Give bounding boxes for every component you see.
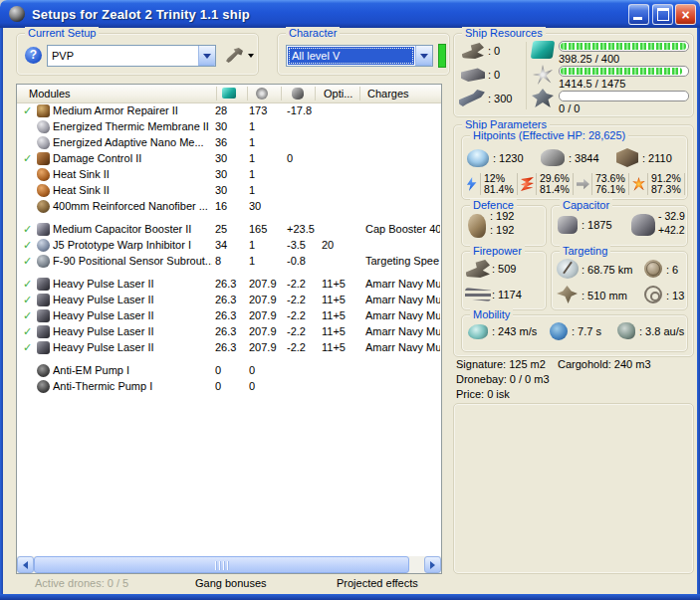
setup-tools-button[interactable] — [226, 48, 254, 63]
active-drones-label: Active drones: 0 / 5 — [35, 577, 128, 590]
module-row[interactable]: Anti-EM Pump I 0 0 — [17, 363, 441, 379]
title-bar[interactable]: Setups for Zealot 2 Trinity 1.1 ship × — [0, 0, 700, 28]
volley-icon — [466, 260, 490, 278]
module-name: F-90 Positional Sensor Subrout... — [53, 254, 212, 269]
module-powergrid: 0 — [249, 363, 286, 378]
max-targets-value: : 6 — [666, 264, 678, 277]
armor-icon — [541, 149, 565, 166]
module-name: Medium Armor Repairer II — [53, 103, 212, 118]
targeting-label: Targeting — [560, 245, 610, 258]
module-name: 400mm Reinforced Nanofiber ... — [53, 199, 212, 214]
maximize-button[interactable] — [652, 4, 673, 25]
module-name: Heavy Pulse Laser II — [53, 324, 212, 339]
module-cpu: 34 — [215, 238, 248, 253]
module-charges: Cap Booster 40 — [365, 222, 440, 237]
module-row[interactable]: Heat Sink II 30 1 — [17, 167, 441, 183]
character-combobox[interactable]: All level V — [286, 45, 433, 67]
launcher-hardpoints-icon — [461, 66, 485, 82]
setup-combobox[interactable]: PVP — [47, 45, 216, 67]
module-row[interactable]: ✓ Damage Control II 30 1 0 — [17, 151, 441, 167]
module-charges: Targeting Spee — [365, 254, 440, 269]
warpdis-module-icon — [37, 239, 50, 252]
module-active-check: ✓ — [23, 103, 35, 118]
module-cap-use: -2.2 — [287, 324, 321, 339]
cpu-icon[interactable] — [222, 88, 236, 99]
module-row[interactable]: ✓ Medium Armor Repairer II 28 173 -17.8 — [17, 103, 441, 119]
module-name: J5 Prototype Warp Inhibitor I — [53, 238, 212, 253]
module-row[interactable]: ✓ Heavy Pulse Laser II 26.3 207.9 -2.2 1… — [17, 324, 441, 340]
repairer-module-icon — [37, 104, 50, 117]
kinetic-resist-icon — [577, 177, 589, 191]
capacitor-amount: : 1875 — [582, 219, 612, 232]
module-row[interactable]: Energized Thermic Membrane II 30 1 — [17, 119, 441, 135]
module-rows: ✓ Medium Armor Repairer II 28 173 -17.8 … — [17, 103, 441, 556]
kinetic-resist-cell: 73.6% 76.1% — [577, 172, 629, 196]
module-row[interactable]: ✓ Heavy Pulse Laser II 26.3 207.9 -2.2 1… — [17, 277, 441, 293]
projected-effects-label[interactable]: Projected effects — [337, 577, 418, 590]
scroll-left-button[interactable] — [17, 556, 34, 573]
module-row[interactable]: ✓ Medium Capacitor Booster II 25 165 +23… — [17, 222, 441, 238]
chevron-down-icon[interactable] — [415, 46, 432, 66]
module-cpu: 28 — [215, 103, 248, 118]
module-powergrid: 1 — [249, 238, 286, 253]
warp-speed-icon — [617, 322, 635, 339]
scrollbar-thumb[interactable] — [34, 556, 409, 573]
module-optimal: 20 — [322, 238, 363, 253]
module-powergrid: 1 — [249, 119, 286, 134]
module-row[interactable]: Anti-Thermic Pump I 0 0 — [17, 379, 441, 395]
targeting-range-value: : 68.75 km — [582, 264, 632, 277]
laser-module-icon — [37, 325, 50, 338]
module-active-check: ✓ — [23, 324, 35, 339]
module-optimal: 11+5 — [322, 293, 363, 307]
dps-value: : 1174 — [492, 289, 522, 301]
module-row[interactable]: Heat Sink II 30 1 — [17, 183, 441, 199]
modules-table-header[interactable]: Modules Opti... Charges — [17, 85, 441, 103]
hull-hp-value: : 2110 — [642, 152, 672, 165]
module-cpu: 26.3 — [215, 340, 248, 355]
module-charges: Amarr Navy Mu — [365, 308, 440, 323]
warp-speed-value: : 3.8 au/s — [639, 325, 684, 338]
em-resist-cell: 12% 81.4% — [465, 172, 518, 196]
module-row[interactable]: ✓ Heavy Pulse Laser II 26.3 207.9 -2.2 1… — [17, 293, 441, 308]
gang-bonuses-label[interactable]: Gang bonuses — [195, 577, 267, 590]
module-row[interactable]: ✓ F-90 Positional Sensor Subrout... 8 1 … — [17, 254, 441, 270]
module-optimal: 11+5 — [322, 277, 363, 292]
charges-column-header[interactable]: Charges — [367, 85, 409, 102]
module-row[interactable]: 400mm Reinforced Nanofiber ... 16 30 — [17, 199, 441, 215]
character-groupbox: Character All level V — [277, 33, 450, 76]
module-optimal: 11+5 — [322, 324, 363, 339]
capacitor-icon[interactable] — [292, 88, 304, 100]
membrane-module-icon — [37, 120, 50, 133]
close-button[interactable]: × — [675, 4, 696, 25]
help-icon[interactable]: ? — [25, 47, 42, 64]
module-cpu: 26.3 — [215, 293, 248, 307]
volley-value: : 509 — [492, 263, 516, 276]
chevron-down-icon[interactable] — [198, 46, 215, 66]
powergrid-icon[interactable] — [256, 88, 268, 100]
horizontal-scrollbar[interactable] — [17, 556, 441, 573]
module-powergrid: 1 — [249, 151, 286, 166]
laser-module-icon — [37, 341, 50, 354]
minimize-button[interactable] — [628, 4, 649, 25]
explosive-armor-resist: 87.3% — [651, 184, 681, 195]
sensor-module-icon — [37, 255, 50, 268]
module-row[interactable]: ✓ J5 Prototype Warp Inhibitor I 34 1 -3.… — [17, 238, 441, 254]
cargohold-value: Cargohold: 240 m3 — [558, 358, 651, 371]
module-row[interactable]: ✓ Heavy Pulse Laser II 26.3 207.9 -2.2 1… — [17, 340, 441, 356]
module-charges: Amarr Navy Mu — [365, 340, 440, 355]
module-powergrid: 173 — [249, 103, 286, 118]
module-cpu: 16 — [215, 199, 248, 214]
module-powergrid: 30 — [249, 199, 286, 214]
modules-column-header[interactable]: Modules — [29, 85, 71, 102]
modules-table: Modules Opti... Charges ✓ Medium Armor R… — [16, 84, 442, 574]
scroll-right-button[interactable] — [424, 556, 441, 573]
module-row[interactable]: ✓ Heavy Pulse Laser II 26.3 207.9 -2.2 1… — [17, 308, 441, 324]
module-row[interactable]: Energized Adaptive Nano Me... 36 1 — [17, 135, 441, 151]
optimal-column-header[interactable]: Opti... — [324, 85, 352, 102]
module-active-check: ✓ — [23, 222, 35, 237]
eft-fitting-window: Setups for Zealot 2 Trinity 1.1 ship × C… — [0, 0, 700, 600]
targeting-range-icon — [557, 259, 579, 279]
laser-module-icon — [37, 278, 50, 291]
ship-resources-label: Ship Resources — [462, 27, 546, 40]
laser-module-icon — [37, 309, 50, 322]
